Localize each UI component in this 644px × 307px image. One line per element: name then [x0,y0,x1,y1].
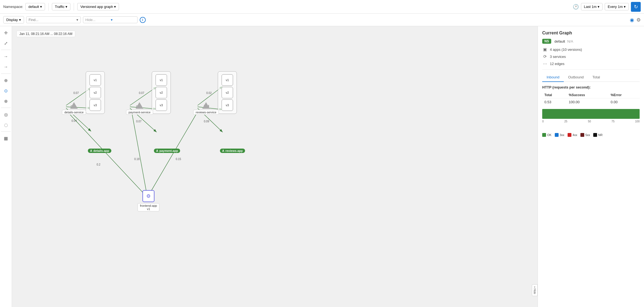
graph-type-dropdown[interactable]: Versioned app graph ▾ [77,3,119,10]
traffic-dropdown[interactable]: Traffic ▾ [52,3,70,10]
legend-5xx-dot [580,133,584,137]
chart-axis: 0 25 50 75 100 [542,120,640,123]
svg-text:0.07: 0.07 [73,91,79,95]
svg-text:0.09: 0.09 [204,120,209,123]
payment-triangle[interactable] [136,102,143,109]
details-v1[interactable]: v1 [90,74,101,86]
tab-inbound[interactable]: Inbound [542,73,564,82]
reviews-triangle[interactable] [202,102,210,109]
svg-text:0.18: 0.18 [134,158,140,161]
filter-tool-2[interactable]: ◌ [2,120,10,129]
svg-text:0.15: 0.15 [176,158,181,161]
refresh-button[interactable]: ↻ [631,2,641,12]
legend-nr-label: NR [598,133,603,137]
chevron-down-icon: ▾ [114,5,116,9]
error-value: 0.00 [609,98,640,106]
legend-ok: OK [542,133,551,137]
hide-panel-button[interactable]: » Hide [532,284,538,296]
success-value: 100.00 [567,98,609,106]
separator-2 [74,3,74,11]
move-tool[interactable]: ✛ [2,28,10,37]
arrow-tool-2[interactable]: → [2,63,10,71]
filter-tool-1[interactable]: ◎ [2,110,10,119]
zoom-fit-tool[interactable]: ⤢ [2,39,10,48]
reviews-service-group: v1 v2 v3 [218,71,237,114]
tool-separator-3 [1,108,10,108]
refresh-icon: ↻ [634,4,638,10]
payment-app-badge[interactable]: A payment-app [154,149,180,153]
arrow-tool-1[interactable]: → [2,52,10,61]
svg-text:0.04: 0.04 [71,119,77,122]
details-app-badge[interactable]: A details-app [88,149,111,153]
chevron-down-icon: ▾ [76,18,78,22]
payment-service-label: payment-service [126,110,153,115]
info-icon[interactable]: i [140,17,146,23]
edges-count: 12 edges [550,62,565,66]
svg-text:0.2: 0.2 [97,163,100,166]
svg-line-23 [148,111,198,196]
tool-separator-4 [1,131,10,132]
chevron-down-icon: ▾ [624,5,626,9]
svg-line-21 [132,111,147,196]
reviews-service-node: reviews-service [193,102,219,115]
payment-v2[interactable]: v2 [156,87,167,98]
metrics-row: 0.53 100.00 0.00 [542,98,640,106]
display-dropdown[interactable]: Display ▾ [3,16,24,23]
panel-meta: ▣ 4 apps (10 versions) ⟳ 3 services ⋯ 12… [542,47,640,66]
details-v3[interactable]: v3 [90,99,101,111]
apps-row: ▣ 4 apps (10 versions) [542,47,640,52]
legend-3xx-dot [555,133,559,137]
edges-icon: ⋯ [542,61,548,66]
legend-4xx: 4xx [568,133,577,137]
namespace-label: Namespace: [3,5,23,9]
axis-75: 75 [612,120,615,123]
legend-icon[interactable]: ◉ [630,17,634,23]
details-service-group: v1 v2 v3 [86,71,105,114]
namespace-dropdown[interactable]: default ▾ [25,3,45,10]
details-v2[interactable]: v2 [90,87,101,98]
details-triangle[interactable] [70,102,78,109]
http-section-title: HTTP (requests per second): [542,85,640,89]
settings-icon[interactable]: ⚙ [636,17,641,23]
chevron-down-icon: ▾ [65,5,67,9]
edges-row: ⋯ 12 edges [542,61,640,66]
find-input[interactable] [29,18,75,22]
reviews-v1[interactable]: v1 [222,74,233,86]
right-panel: Current Graph NS default N/A ▣ 4 apps (1… [538,26,644,307]
payment-v1[interactable]: v1 [156,74,167,86]
layout-tool-2[interactable]: ⊙ [2,86,10,95]
second-bar: Display ▾ ▾ Hide... ▾ i ◉ ⚙ [0,14,644,26]
legend-ok-label: OK [547,133,551,137]
graph-area: Jan 11, 08:21:16 AM ... 08:22:16 AM 0.07… [12,26,538,307]
refresh-interval-dropdown[interactable]: Every 1m ▾ [605,3,629,10]
details-service-node: details-service [62,102,86,115]
hide-dropdown[interactable]: Hide... ▾ [83,16,138,23]
legend-3xx: 3xx [555,133,564,137]
details-service-label: details-service [62,110,86,115]
apps-icon: ▣ [542,47,548,52]
layout-tool-3[interactable]: ⊗ [2,97,10,105]
payment-v3[interactable]: v3 [156,99,167,111]
panel-divider [542,69,640,70]
tabs-row: Inbound Outbound Total [542,73,640,82]
tab-total[interactable]: Total [588,73,604,82]
reviews-app-badge[interactable]: A reviews-app [220,149,245,153]
legend-row: OK 3xx 4xx 5xx NR [542,133,640,137]
services-icon: ⟳ [542,54,548,59]
main-content: ✛ ⤢ → → ⊕ ⊙ ⊗ ◎ ◌ ▦ Jan 11, 08:21:16 AM … [0,26,644,307]
chart-area: 0 25 50 75 100 [542,109,640,131]
tab-outbound[interactable]: Outbound [564,73,588,82]
top-bar-left: Namespace: default ▾ Traffic ▾ Versioned… [3,3,571,11]
reviews-v3[interactable]: v3 [222,99,233,111]
layout-tool-1[interactable]: ⊕ [2,76,10,85]
tool-separator-2 [1,73,10,74]
legend-3xx-label: 3xx [560,133,564,137]
col-error: %Error [609,92,640,98]
map-tool[interactable]: ▦ [2,134,10,143]
total-value: 0.53 [542,98,567,106]
reviews-v2[interactable]: v2 [222,87,233,98]
legend-5xx: 5xx [580,133,590,137]
col-success: %Success [567,92,609,98]
frontend-node[interactable]: ⚙ [142,190,154,202]
time-range-dropdown[interactable]: Last 1m ▾ [581,3,603,10]
